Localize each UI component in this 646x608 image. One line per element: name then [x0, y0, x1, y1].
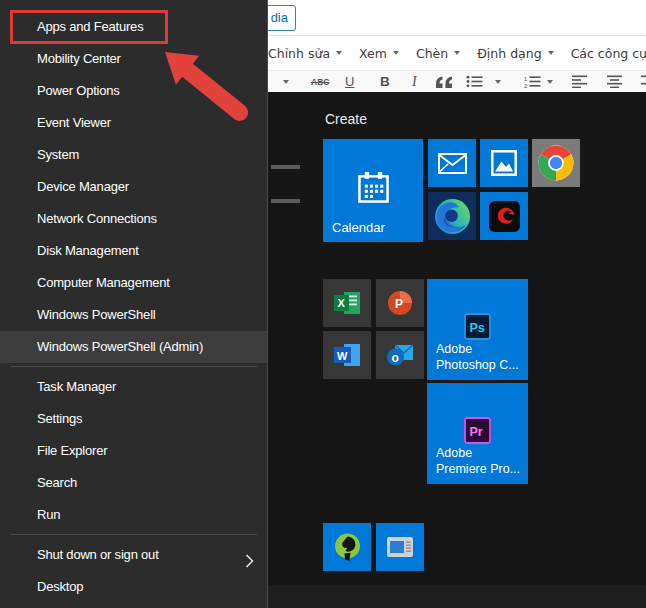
menu-item-settings[interactable]: Settings [0, 403, 267, 435]
tile-mail[interactable] [428, 139, 476, 187]
premiere-icon: Pr [464, 417, 491, 448]
tile-word[interactable]: W [323, 331, 371, 379]
tile-label: Calendar [332, 220, 385, 236]
garena-icon [480, 192, 528, 240]
tile-photos[interactable] [480, 139, 528, 187]
menu-edit[interactable]: Chỉnh sửa [268, 46, 342, 61]
tile-group-title[interactable]: Create [325, 111, 367, 127]
chevron-down-icon [548, 51, 554, 55]
chevron-down-icon [393, 51, 399, 55]
svg-text:X: X [337, 297, 345, 309]
align-right-icon[interactable] [641, 71, 646, 92]
menu-separator [11, 534, 257, 535]
svg-text:W: W [337, 350, 348, 362]
svg-text:P: P [395, 297, 403, 311]
menu-insert[interactable]: Chèn [416, 46, 460, 61]
tile-excel[interactable]: X [323, 279, 371, 327]
tile-desktop-app[interactable] [376, 523, 424, 571]
app-list-item-fragment [271, 165, 300, 169]
tile-powerpoint[interactable]: P [376, 279, 424, 327]
menu-item-network-connections[interactable]: Network Connections [0, 203, 267, 235]
mail-icon [428, 139, 476, 187]
tile-label: AdobePremiere Pro... [436, 446, 520, 477]
word-icon: W [323, 331, 371, 379]
edge-icon [428, 192, 476, 240]
photos-icon [480, 139, 528, 187]
menu-view[interactable]: Xem [359, 46, 399, 61]
strikethrough-icon[interactable]: ABC [311, 71, 329, 92]
tile-premiere[interactable]: Pr AdobePremiere Pro... [427, 383, 528, 484]
menu-item-search[interactable]: Search [0, 467, 267, 499]
menu-item-mobility-center[interactable]: Mobility Center [0, 43, 267, 75]
menu-item-disk-management[interactable]: Disk Management [0, 235, 267, 267]
italic-icon[interactable]: I [412, 71, 417, 92]
tile-chrome[interactable] [532, 139, 580, 187]
tile-edge[interactable] [428, 192, 476, 240]
tile-outlook[interactable]: o [376, 331, 424, 379]
svg-text:Pr: Pr [470, 425, 483, 439]
menu-separator [11, 366, 257, 367]
menu-item-task-manager[interactable]: Task Manager [0, 371, 267, 403]
menu-item-shutdown[interactable]: Shut down or sign out [0, 539, 267, 571]
menu-item-computer-management[interactable]: Computer Management [0, 267, 267, 299]
align-center-icon[interactable] [607, 71, 622, 92]
orca-icon [323, 523, 371, 571]
numbered-list-icon[interactable]: 12 [524, 71, 541, 92]
svg-text:1: 1 [524, 76, 528, 82]
tile-label: AdobePhotoshop C... [436, 342, 519, 373]
svg-text:2: 2 [524, 83, 528, 88]
photoshop-icon: Ps [464, 313, 491, 344]
powerpoint-icon: P [376, 279, 424, 327]
menu-item-run[interactable]: Run [0, 499, 267, 531]
menu-item-windows-powershell[interactable]: Windows PowerShell [0, 299, 267, 331]
svg-text:Ps: Ps [470, 321, 485, 335]
tile-photoshop[interactable]: Ps AdobePhotoshop C... [427, 279, 528, 380]
menu-format[interactable]: Định dạng [477, 46, 553, 61]
menu-item-desktop[interactable]: Desktop [0, 571, 267, 603]
style-dropdown-caret-icon[interactable] [283, 71, 289, 92]
underline-icon[interactable]: U [345, 71, 354, 92]
chevron-down-icon [454, 51, 460, 55]
start-menu-bottom-edge [260, 585, 646, 608]
menu-item-file-explorer[interactable]: File Explorer [0, 435, 267, 467]
blockquote-icon[interactable] [436, 71, 453, 92]
chrome-icon [532, 139, 580, 187]
bold-icon[interactable]: B [380, 71, 390, 92]
outlook-icon: o [376, 331, 424, 379]
bullet-list-icon[interactable] [466, 71, 483, 92]
tile-garena[interactable] [480, 192, 528, 240]
annotation-highlight-box [10, 10, 168, 44]
app-list-item-fragment [271, 199, 300, 203]
menu-item-windows-powershell-admin[interactable]: Windows PowerShell (Admin) [0, 331, 267, 363]
menu-tools[interactable]: Các công cụ [571, 46, 646, 61]
excel-icon: X [323, 279, 371, 327]
chevron-down-icon[interactable] [547, 71, 553, 92]
tile-orca[interactable] [323, 523, 371, 571]
svg-text:o: o [392, 351, 399, 365]
screenshot-root: dia Chỉnh sửa Xem Chèn Định dạng Các côn… [0, 0, 646, 608]
chevron-down-icon [336, 51, 342, 55]
chevron-down-icon[interactable] [495, 71, 501, 92]
tile-calendar[interactable]: Calendar [323, 139, 423, 242]
align-left-icon[interactable] [572, 71, 587, 92]
editor-menubar: Chỉnh sửa Xem Chèn Định dạng Các công cụ [268, 36, 646, 71]
menu-item-device-manager[interactable]: Device Manager [0, 171, 267, 203]
window-icon [376, 523, 424, 571]
